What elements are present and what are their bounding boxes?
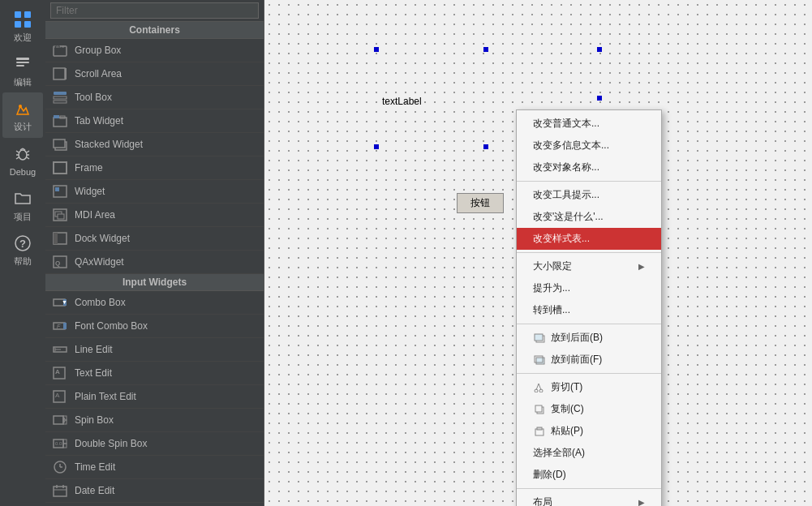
tool-box-label: Tool Box: [75, 92, 112, 103]
handle-mr: [597, 96, 602, 101]
pencil-icon: [11, 53, 34, 75]
svg-rect-26: [54, 96, 67, 99]
ctx-change-plain-text-label: 改变普通文本...: [533, 117, 599, 131]
svg-line-13: [16, 157, 19, 159]
ctx-sep-3: [517, 324, 661, 324]
question-icon: ?: [11, 232, 34, 255]
widget-item-date-edit[interactable]: Date Edit: [45, 479, 264, 503]
svg-rect-35: [55, 187, 59, 191]
time-edit-label: Time Edit: [75, 461, 115, 473]
ctx-change-stylesheet-label: 改变样式表...: [533, 232, 590, 246]
filter-input[interactable]: [50, 2, 259, 19]
ctx-item-send-back[interactable]: 放到后面(B): [517, 327, 661, 349]
svg-text:A: A: [55, 392, 60, 399]
tab-widget-label: Tab Widget: [75, 115, 123, 126]
handle-tl: [374, 47, 379, 52]
handle-bc: [483, 144, 488, 149]
svg-rect-1: [24, 11, 31, 18]
widget-item-line-edit[interactable]: Line Edit: [45, 338, 264, 362]
widget-item-tool-box[interactable]: Tool Box: [45, 86, 264, 109]
widget-list: Containers name Group Box: [45, 22, 264, 506]
ctx-item-change-object-name[interactable]: 改变对象名称...: [517, 157, 661, 178]
svg-rect-93: [535, 405, 542, 412]
ctx-item-copy[interactable]: 复制(C): [517, 398, 661, 420]
svg-text:A: A: [55, 368, 60, 375]
ctx-size-constraints-arrow: ▶: [638, 262, 645, 271]
sidebar-item-edit[interactable]: 编辑: [2, 48, 43, 92]
ctx-item-change-rich-text[interactable]: 改变多信息文本...: [517, 135, 661, 157]
text-edit-icon: A: [52, 365, 68, 381]
widget-item-time-edit[interactable]: Time Edit: [45, 456, 264, 479]
bug-icon: [11, 143, 34, 165]
qax-widget-label: QAxWidget: [75, 256, 124, 268]
combo-box-icon: ▼: [52, 294, 68, 311]
input-widgets-header: Input Widgets: [45, 274, 264, 291]
ctx-item-bring-front[interactable]: 放到前面(F): [517, 349, 661, 371]
widget-item-plain-text-edit[interactable]: A Plain Text Edit: [45, 385, 264, 409]
sidebar-item-welcome[interactable]: 欢迎: [2, 3, 43, 48]
ctx-item-goto-slot[interactable]: 转到槽...: [517, 299, 661, 321]
folder-icon: [11, 187, 34, 210]
widget-item-group-box[interactable]: name Group Box: [45, 39, 264, 62]
widget-item-stacked-widget[interactable]: Stacked Widget: [45, 133, 264, 157]
ctx-goto-slot-label: 转到槽...: [533, 303, 570, 317]
qax-widget-icon: Q: [52, 254, 68, 270]
ctx-change-tooltip-label: 改变工具提示...: [533, 188, 599, 202]
svg-rect-22: [54, 68, 65, 79]
ctx-item-change-tooltip[interactable]: 改变工具提示...: [517, 184, 661, 206]
sidebar-item-debug[interactable]: Debug: [2, 138, 43, 182]
handle-bl: [374, 144, 379, 149]
svg-rect-29: [54, 115, 59, 118]
svg-text:▼: ▼: [62, 299, 67, 305]
canvas-button[interactable]: 按钮: [457, 193, 504, 213]
widget-item-font-combo-box[interactable]: F Font Combo Box: [45, 315, 264, 338]
sidebar-item-debug-label: Debug: [10, 167, 36, 178]
sidebar-item-design[interactable]: 设计: [2, 92, 43, 137]
ctx-paste-label: 粘贴(P): [551, 424, 583, 438]
widget-item-mdi-area[interactable]: MDI Area: [45, 204, 264, 227]
ctx-item-size-constraints[interactable]: 大小限定 ▶: [517, 255, 661, 277]
ctx-item-select-all[interactable]: 选择全部(A): [517, 442, 661, 464]
svg-rect-2: [15, 21, 21, 28]
text-edit-label: Text Edit: [75, 367, 112, 379]
canvas-area[interactable]: textLabel 按钮 改变普通文本... 改变多信息文本...: [264, 0, 812, 506]
svg-text:?: ?: [19, 238, 26, 250]
ctx-item-change-plain-text[interactable]: 改变普通文本...: [517, 113, 661, 135]
ctx-item-delete[interactable]: 删除(D): [517, 464, 661, 486]
cut-icon: [533, 381, 546, 394]
svg-rect-27: [54, 101, 67, 103]
widget-item-datetime-edit[interactable]: Date/Time Edit: [45, 503, 264, 506]
ctx-item-paste[interactable]: 粘贴(P): [517, 420, 661, 442]
svg-rect-85: [535, 334, 543, 341]
widget-icon: [52, 183, 68, 199]
tab-widget-icon: [52, 113, 68, 129]
widget-item-scroll-area[interactable]: Scroll Area: [45, 62, 264, 86]
mdi-area-label: MDI Area: [75, 209, 115, 221]
widget-item-tab-widget[interactable]: Tab Widget: [45, 109, 264, 133]
svg-rect-6: [16, 65, 24, 66]
svg-text:Q: Q: [55, 259, 60, 267]
widget-item-spin-box[interactable]: ▲ ▼ Spin Box: [45, 409, 264, 432]
sidebar-item-help[interactable]: ? 帮助: [2, 227, 43, 272]
widget-item-double-spin-box[interactable]: 0.0 Double Spin Box: [45, 432, 264, 456]
ctx-size-constraints-label: 大小限定: [533, 259, 572, 273]
widget-item-widget[interactable]: Widget: [45, 180, 264, 204]
ctx-promote-label: 提升为...: [533, 281, 570, 295]
sidebar-item-project[interactable]: 项目: [2, 182, 43, 227]
ctx-item-layout[interactable]: 布局 ▶: [517, 491, 661, 506]
widget-item-text-edit[interactable]: A Text Edit: [45, 362, 264, 385]
canvas-text-label[interactable]: textLabel: [382, 96, 422, 107]
svg-line-90: [536, 384, 539, 390]
widget-item-dock-widget[interactable]: Dock Widget: [45, 227, 264, 251]
widget-item-combo-box[interactable]: ▼ Combo Box: [45, 291, 264, 315]
containers-header: Containers: [45, 22, 264, 39]
ctx-item-change-stylesheet[interactable]: 改变样式表...: [517, 228, 661, 250]
svg-rect-32: [54, 139, 65, 148]
ctx-item-change-whats-this[interactable]: 改变'这是什么'...: [517, 206, 661, 228]
ctx-item-cut[interactable]: 剪切(T): [517, 376, 661, 398]
widget-item-qax-widget[interactable]: Q QAxWidget: [45, 251, 264, 274]
widget-panel: Containers name Group Box: [45, 0, 264, 506]
widget-item-frame[interactable]: Frame: [45, 157, 264, 180]
ctx-item-promote[interactable]: 提升为...: [517, 277, 661, 299]
frame-label: Frame: [75, 162, 103, 174]
